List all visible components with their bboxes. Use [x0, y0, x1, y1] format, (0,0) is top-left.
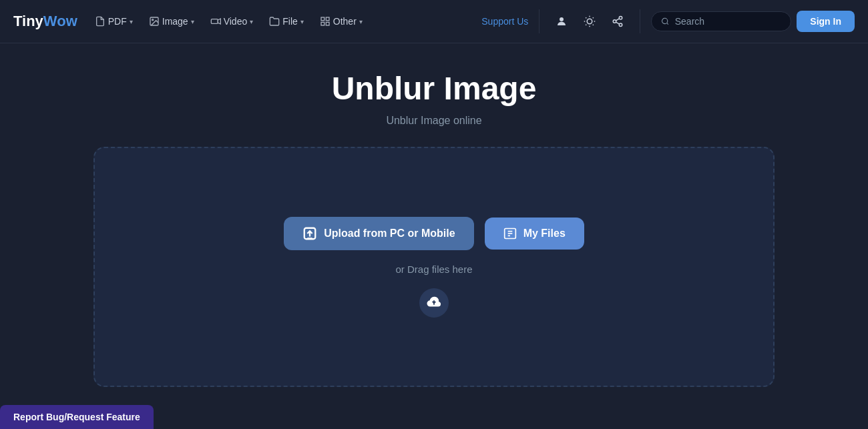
svg-point-1	[152, 19, 153, 21]
sun-icon	[584, 15, 596, 27]
chevron-file: ▾	[300, 18, 304, 25]
svg-rect-2	[211, 19, 218, 24]
svg-point-20	[620, 23, 623, 27]
page-subtitle: Unblur Image online	[386, 115, 481, 127]
svg-line-12	[586, 17, 586, 18]
navbar: TinyWow PDF ▾ Image ▾ Video ▾ File ▾ Oth…	[0, 0, 868, 43]
svg-rect-7	[326, 22, 329, 25]
nav-divider-2	[640, 9, 640, 33]
chevron-other: ▾	[359, 18, 363, 25]
nav-item-file[interactable]: File ▾	[262, 12, 310, 31]
nav-label-other: Other	[333, 16, 357, 27]
nav-item-video[interactable]: Video ▾	[204, 12, 260, 31]
nav-divider	[539, 9, 539, 33]
search-box[interactable]	[651, 11, 791, 31]
svg-line-17	[593, 17, 594, 18]
upload-buttons: Upload from PC or Mobile My Files	[284, 217, 584, 250]
svg-rect-5	[326, 17, 329, 21]
logo-wow: Wow	[43, 13, 77, 29]
file-icon	[269, 16, 280, 27]
nav-label-pdf: PDF	[108, 16, 127, 27]
logo-tiny: Tiny	[13, 13, 43, 29]
upload-pc-label: Upload from PC or Mobile	[324, 228, 455, 240]
svg-point-8	[560, 17, 564, 21]
nav-label-file: File	[282, 16, 298, 27]
report-bug-button[interactable]: Report Bug/Request Feature	[0, 405, 154, 429]
upload-area: Upload from PC or Mobile My Files or Dra…	[93, 147, 775, 387]
svg-rect-6	[321, 22, 324, 25]
chevron-image: ▾	[191, 18, 194, 25]
nav-label-video: Video	[224, 16, 248, 27]
svg-point-23	[662, 18, 668, 23]
share-btn[interactable]	[606, 10, 629, 33]
svg-line-21	[616, 22, 620, 24]
share-icon	[612, 15, 624, 27]
chevron-video: ▾	[250, 18, 253, 25]
nav-label-image: Image	[162, 16, 188, 27]
svg-line-22	[616, 19, 620, 21]
drag-text: or Drag files here	[395, 264, 472, 275]
svg-rect-4	[321, 17, 324, 21]
document-icon	[95, 16, 105, 27]
video-icon	[210, 16, 221, 27]
cloud-upload-icon	[427, 296, 441, 310]
svg-line-13	[593, 25, 594, 25]
search-input[interactable]	[675, 16, 782, 27]
user-icon	[556, 15, 568, 27]
cloud-upload-icon-circle	[419, 288, 449, 318]
myfiles-button[interactable]: My Files	[485, 218, 584, 250]
nav-right: Support Us Sign In	[481, 9, 855, 33]
svg-point-19	[614, 20, 617, 23]
user-icon-btn[interactable]	[550, 10, 573, 33]
svg-point-9	[588, 19, 593, 24]
signin-button[interactable]: Sign In	[797, 11, 855, 32]
logo[interactable]: TinyWow	[13, 13, 77, 30]
chevron-pdf: ▾	[130, 18, 133, 25]
myfiles-icon	[503, 227, 517, 240]
svg-marker-3	[218, 19, 220, 24]
nav-item-image[interactable]: Image ▾	[142, 12, 201, 31]
svg-point-18	[620, 17, 623, 20]
main-content: Unblur Image Unblur Image online Upload …	[0, 43, 868, 400]
search-icon	[661, 17, 669, 26]
myfiles-label: My Files	[523, 228, 566, 240]
svg-line-16	[586, 25, 586, 25]
image-icon	[149, 16, 160, 27]
upload-pc-button[interactable]: Upload from PC or Mobile	[284, 217, 473, 250]
grid-icon	[320, 16, 331, 27]
svg-line-24	[667, 23, 668, 24]
upload-icon	[302, 226, 317, 241]
support-link[interactable]: Support Us	[481, 16, 528, 27]
page-title: Unblur Image	[332, 70, 537, 107]
theme-toggle-btn[interactable]	[578, 10, 601, 33]
nav-item-other[interactable]: Other ▾	[313, 12, 369, 31]
nav-item-pdf[interactable]: PDF ▾	[88, 12, 140, 31]
